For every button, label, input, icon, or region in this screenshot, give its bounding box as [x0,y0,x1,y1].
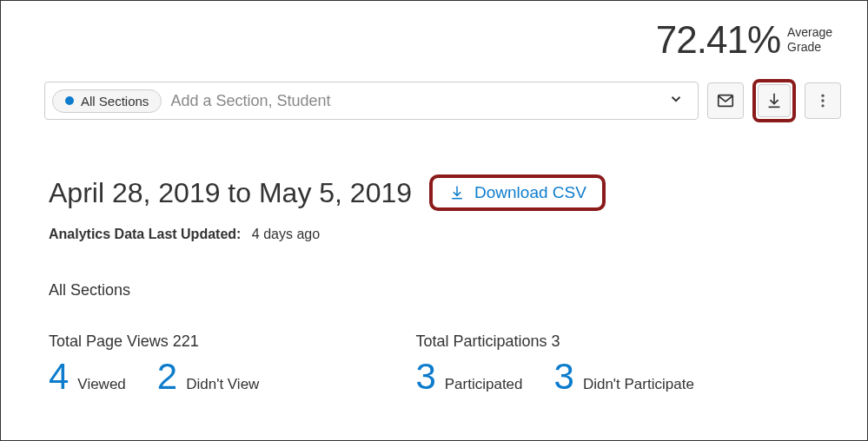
participated-stat: 3 Participated [415,356,522,398]
more-options-button[interactable] [805,82,841,119]
message-button[interactable] [707,82,744,119]
viewed-count: 4 [49,356,69,398]
viewed-label: Viewed [77,376,125,393]
kebab-icon [814,92,832,109]
dropdown-toggle[interactable] [661,91,691,110]
average-grade-label: Average Grade [787,25,832,55]
filter-bar: All Sections [44,79,841,122]
svg-point-5 [821,104,824,107]
last-updated-label: Analytics Data Last Updated: [49,227,241,241]
participated-label: Participated [445,376,523,393]
page-views-group: Total Page Views 221 4 Viewed 2 Didn't V… [49,332,259,398]
download-icon [765,91,784,110]
download-csv-link[interactable]: Download CSV [448,183,586,202]
participated-count: 3 [415,356,435,398]
filter-input-container[interactable]: All Sections [44,82,699,120]
download-button-highlight [752,79,796,122]
envelope-icon [716,91,735,110]
pill-label: All Sections [81,94,149,109]
didnt-view-count: 2 [157,356,177,398]
average-grade-stat: 72.41% Average Grade [656,18,832,62]
participations-group: Total Participations 3 3 Participated 3 … [415,332,693,398]
content-area: April 28, 2019 to May 5, 2019 Download C… [49,174,819,398]
page-views-heading: Total Page Views 221 [49,332,259,351]
last-updated-value: 4 days ago [252,227,320,241]
svg-point-4 [821,99,824,102]
didnt-view-label: Didn't View [186,376,259,393]
page-views-line: 4 Viewed 2 Didn't View [49,356,259,398]
download-csv-label: Download CSV [474,183,586,202]
section-pill[interactable]: All Sections [52,89,162,113]
chevron-down-icon [668,91,684,107]
average-grade-value: 72.41% [656,18,780,62]
pill-dot-icon [65,96,74,105]
filter-input[interactable] [170,92,661,110]
date-row: April 28, 2019 to May 5, 2019 Download C… [49,174,819,211]
stats-row: Total Page Views 221 4 Viewed 2 Didn't V… [49,332,819,398]
participations-heading: Total Participations 3 [415,332,693,351]
didnt-view-stat: 2 Didn't View [157,356,260,398]
download-icon [448,184,466,201]
didnt-participate-count: 3 [554,356,574,398]
didnt-participate-stat: 3 Didn't Participate [554,356,694,398]
svg-point-3 [821,95,824,97]
download-button[interactable] [758,84,791,117]
participations-line: 3 Participated 3 Didn't Participate [415,356,693,398]
download-csv-highlight: Download CSV [429,174,606,211]
date-range-heading: April 28, 2019 to May 5, 2019 [49,177,412,209]
last-updated-row: Analytics Data Last Updated: 4 days ago [49,227,819,242]
didnt-participate-label: Didn't Participate [583,376,694,393]
viewed-stat: 4 Viewed [49,356,126,398]
section-title: All Sections [49,281,819,299]
